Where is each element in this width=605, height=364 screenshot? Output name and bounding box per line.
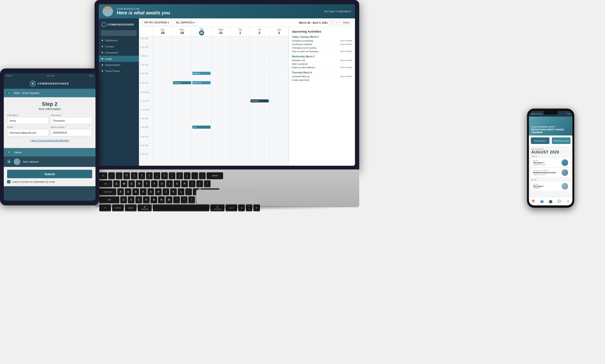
key-c[interactable]: C	[136, 196, 142, 203]
nav-grid-icon[interactable]: ⊞	[566, 199, 570, 204]
email-input[interactable]	[7, 129, 49, 136]
calendar-event[interactable]: Meeting...	[173, 81, 191, 84]
key-j[interactable]: J	[163, 188, 169, 195]
key-h[interactable]: H	[155, 188, 162, 195]
phone-label: Phone number *	[51, 126, 92, 129]
laptop-keyboard: fn ~` !1 @2 #3 $4 %5 ^6 &7 *8 (9 )0 _- +…	[95, 169, 359, 207]
key-equal[interactable]: +=	[199, 172, 206, 179]
upcoming-event: Schedule visit View schedule	[292, 59, 352, 62]
key-1[interactable]: !1	[116, 172, 123, 179]
key-l[interactable]: L	[178, 188, 184, 195]
key-7[interactable]: &7	[161, 172, 168, 179]
key-3[interactable]: #3	[131, 172, 138, 179]
key-k[interactable]: K	[170, 188, 177, 195]
key-tilde[interactable]: ~`	[108, 172, 115, 179]
subscribe-plan-button[interactable]: Subscribe to a plan	[552, 137, 570, 144]
sidebar-item-companies[interactable]: Companies	[99, 50, 139, 56]
key-r[interactable]: R	[136, 180, 142, 187]
member-link-text[interactable]: I am a CommonGrounds Member	[30, 139, 69, 142]
sidebar-item-opportunities[interactable]: Opportunities	[99, 62, 139, 68]
key-m[interactable]: M	[166, 196, 172, 203]
last-name-input[interactable]	[51, 117, 92, 124]
key-9[interactable]: (9	[176, 172, 183, 179]
key-w[interactable]: W	[121, 180, 127, 187]
cal-day-sun: Sun 28	[153, 27, 173, 36]
calendar-container: Sun 28 Mon 29 Tue 30	[139, 27, 355, 166]
key-e[interactable]: E	[128, 180, 135, 187]
key-5[interactable]: %5	[146, 172, 153, 179]
key-8[interactable]: *8	[169, 172, 175, 179]
key-b[interactable]: B	[151, 196, 157, 203]
notification-text: You have 4 notifications	[324, 10, 351, 13]
calendar-event[interactable]: Follow up	[192, 81, 211, 84]
key-delete[interactable]: delete	[206, 172, 223, 179]
key-q[interactable]: Q	[113, 180, 120, 187]
key-backslash[interactable]: |\	[204, 180, 211, 187]
key-comma[interactable]: <,	[173, 196, 180, 203]
phone-event-card[interactable]: 10:00 AM - 11:00 AM Brainstorming sessio…	[531, 168, 570, 177]
key-x[interactable]: X	[128, 196, 135, 203]
cal-day-tue: Tue 30	[192, 27, 211, 36]
key-y[interactable]: Y	[151, 180, 158, 187]
next-week-btn[interactable]: ›	[335, 20, 339, 25]
today-btn[interactable]: TODAY	[341, 20, 352, 25]
key-slash[interactable]: ?/	[188, 196, 195, 203]
key-2[interactable]: @2	[123, 172, 130, 179]
submit-button[interactable]: Submit	[7, 170, 92, 178]
key-4[interactable]: $4	[138, 172, 145, 179]
sidebar-item-leads[interactable]: Leads	[99, 56, 139, 62]
laptop-shadow	[104, 205, 350, 210]
key-tab[interactable]: tab	[99, 180, 112, 187]
key-g[interactable]: G	[148, 188, 154, 195]
sidebar-label: Dashboard	[105, 39, 118, 42]
event-thumb	[562, 183, 568, 190]
buy-day-pass-button[interactable]: Buy day pass	[531, 137, 550, 144]
tablet-status-bar: iPad ● 9:41 AM 42%	[4, 73, 96, 78]
key-bracket-open[interactable]: {[	[189, 180, 195, 187]
key-minus[interactable]: _-	[192, 172, 198, 179]
key-u[interactable]: U	[159, 180, 165, 187]
key-n[interactable]: N	[158, 196, 165, 203]
nav-home-icon[interactable]: ⬤	[548, 199, 553, 204]
sidebar-search[interactable]	[101, 30, 137, 36]
upcoming-title: Upcoming Activities	[292, 30, 352, 33]
sidebar-item-times[interactable]: Times/Travel	[99, 68, 139, 74]
sidebar-item-contact[interactable]: Contact	[99, 43, 139, 50]
phone-event-card[interactable]: All day Day pass + Johanson's work	[531, 158, 570, 167]
key-shift-left[interactable]: shift	[99, 196, 119, 203]
phone-input[interactable]	[51, 129, 92, 136]
key-p[interactable]: P	[181, 180, 188, 187]
nav-people-icon[interactable]: 👥	[539, 199, 544, 204]
step2-subtitle: Your Information	[7, 107, 92, 111]
prev-week-btn[interactable]: ‹	[329, 20, 334, 25]
key-t[interactable]: T	[143, 180, 150, 187]
key-d[interactable]: D	[132, 188, 139, 195]
key-fn[interactable]: fn	[99, 172, 107, 179]
upcoming-day-wednesday: Wednesday March 3 Schedule visit View sc…	[292, 55, 352, 69]
phone-event-card[interactable]: All day Day pass + Personal	[531, 182, 570, 191]
key-f[interactable]: F	[140, 188, 147, 195]
key-period[interactable]: >.	[181, 196, 187, 203]
email-checkbox[interactable]: ✓	[7, 180, 10, 183]
nav-chat-icon[interactable]: 💬	[557, 199, 562, 204]
sidebar-item-dashboard[interactable]: Dashboard	[99, 37, 139, 43]
calendar-event[interactable]: Proposal...	[250, 99, 269, 103]
trackpad[interactable]	[196, 190, 258, 204]
key-capslock[interactable]: caps lock	[99, 188, 116, 195]
first-name-input[interactable]	[7, 117, 49, 124]
key-i[interactable]: I	[166, 180, 173, 187]
calendar-event[interactable]: Call...	[192, 126, 211, 129]
all-services-dropdown[interactable]: ALL SERVICES ▾	[173, 20, 197, 26]
key-a[interactable]: A	[117, 188, 124, 195]
key-6[interactable]: ^6	[154, 172, 160, 179]
nav-calendar-icon[interactable]: 📅	[531, 199, 536, 204]
key-o[interactable]: O	[174, 180, 180, 187]
calendar-event[interactable]: Madison...	[192, 72, 211, 75]
my-locations-dropdown[interactable]: PAY MY LOCATIONS ▾	[142, 20, 172, 26]
key-bracket-close[interactable]: }]	[196, 180, 203, 187]
key-0[interactable]: )0	[184, 172, 191, 179]
key-v[interactable]: V	[143, 196, 150, 203]
key-z[interactable]: Z	[120, 196, 127, 203]
key-s[interactable]: S	[125, 188, 131, 195]
key-semicolon[interactable]: :;	[185, 188, 192, 195]
